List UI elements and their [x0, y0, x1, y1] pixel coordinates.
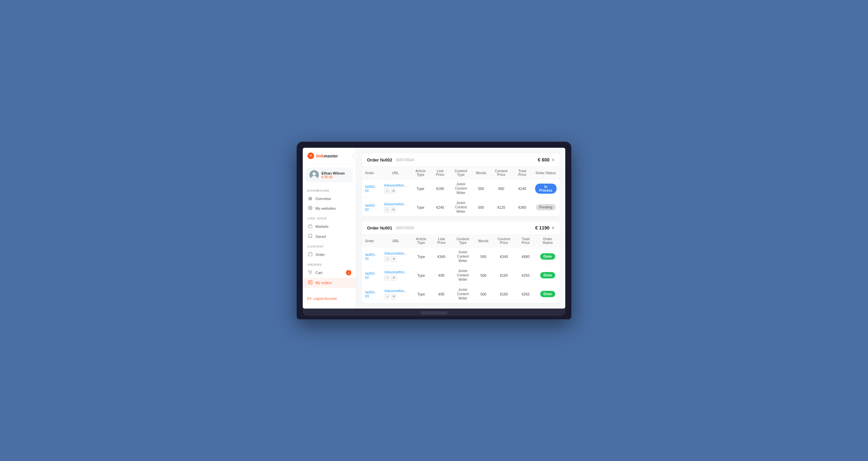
status-badge: Done	[540, 291, 555, 297]
copy-icon[interactable]: ⧉	[391, 256, 397, 262]
laptop-wrapper: linkmaster ‹ Ethan Wilson € 80.00	[297, 142, 571, 319]
cell-order-id: №001-02	[362, 266, 381, 285]
svg-point-8	[309, 274, 310, 274]
cell-status: Pending	[532, 198, 560, 217]
order-total-001: € 1190 ∨	[535, 225, 555, 230]
col-header-url: URL	[381, 235, 410, 247]
sidebar-item-markets[interactable]: Markets	[303, 221, 356, 232]
sidebar-item-label: Order	[315, 253, 325, 257]
order-total-value: € 600	[538, 157, 550, 162]
sidebar-item-label: My orders	[315, 281, 332, 285]
sidebar-item-overview[interactable]: ⊞ Overview	[303, 194, 356, 203]
order-title-001: Order №001	[367, 225, 392, 230]
order-header-left: Order №002 10/07/2024	[367, 157, 414, 162]
order-id-link[interactable]: №002-01	[365, 185, 377, 193]
status-badge: Done	[540, 272, 555, 278]
logo-icon	[307, 152, 314, 159]
nav-section-orders: ORDERS	[303, 259, 356, 268]
order-icon	[307, 252, 313, 257]
copy-icon[interactable]: ⧉	[391, 275, 397, 280]
url-link[interactable]: linksomethin...	[384, 183, 407, 187]
external-link-icon[interactable]: ↗	[384, 188, 390, 194]
status-badge: Done	[540, 253, 555, 259]
external-link-icon[interactable]: ↗	[384, 275, 390, 280]
copy-icon[interactable]: ⧉	[391, 188, 396, 194]
order-header-001: Order №001 10/07/2024 € 1190 ∨	[362, 221, 560, 235]
svg-rect-6	[308, 225, 312, 228]
sidebar-collapse-button[interactable]: ‹	[352, 152, 359, 159]
cell-url: linksomethin... ↗ ⧉	[381, 179, 410, 198]
sidebar-footer: Logout Account	[303, 293, 356, 304]
cell-article-type: Type	[410, 285, 432, 304]
url-link[interactable]: linksomethin...	[384, 251, 407, 255]
cell-total-price: €360	[513, 198, 532, 217]
cell-words: 500	[472, 198, 490, 217]
cell-total-price: €240	[513, 179, 532, 198]
sidebar-item-saved[interactable]: Saved	[303, 232, 356, 242]
cell-content-price: €165	[492, 285, 516, 304]
external-link-icon[interactable]: ↗	[384, 207, 390, 212]
external-link-icon[interactable]: ↗	[384, 294, 390, 299]
sidebar-item-label: Cart	[315, 271, 322, 275]
col-header-order: Order	[362, 235, 381, 247]
order-id-link[interactable]: №001-02	[365, 271, 378, 279]
table-row: №001-02 linksomethin... ↗ ⧉ Type	[362, 266, 560, 285]
cell-order-id: №002-02	[362, 198, 381, 217]
cell-content-type: JuniorContent Writer	[450, 179, 472, 198]
cell-content-type: JuniorContent Writer	[451, 247, 475, 266]
cell-link-price: €180	[431, 179, 450, 198]
url-link[interactable]: linksomethin...	[384, 202, 407, 206]
user-card: Ethan Wilson € 80.00	[306, 167, 352, 182]
chevron-down-icon[interactable]: ∨	[552, 157, 555, 162]
order-id-link[interactable]: №001-03	[365, 290, 378, 298]
svg-point-9	[311, 274, 311, 274]
cell-article-type: Type	[410, 179, 431, 198]
cell-url: linksomethin... ↗ ⧉	[381, 198, 410, 217]
copy-icon[interactable]: ⧉	[391, 207, 396, 212]
user-info: Ethan Wilson € 80.00	[321, 171, 345, 179]
nav-section-content: CONTENT	[303, 242, 356, 250]
sidebar-item-cart[interactable]: Cart 1	[303, 268, 356, 278]
sidebar-item-my-websites[interactable]: My websites	[303, 203, 356, 213]
order-header-002: Order №002 10/07/2024 € 600 ∨	[362, 153, 560, 167]
logout-button[interactable]: Logout Account	[307, 297, 351, 301]
cart-badge: 1	[346, 270, 351, 275]
cell-total-price: €255	[516, 266, 535, 285]
order-total-value: € 1190	[535, 225, 550, 230]
avatar	[309, 170, 319, 180]
col-header-article-type: Article Type	[410, 235, 432, 247]
cell-status: Done	[535, 266, 560, 285]
status-badge: In Process	[535, 184, 557, 194]
order-date-001: 10/07/2024	[396, 226, 414, 230]
url-link[interactable]: linksomethin...	[384, 289, 407, 293]
order-header-left: Order №001 10/07/2024	[367, 225, 414, 230]
order-card-002: Order №002 10/07/2024 € 600 ∨ Order U	[362, 153, 560, 216]
order-id-link[interactable]: №002-02	[365, 203, 377, 211]
external-link-icon[interactable]: ↗	[384, 256, 390, 262]
col-header-content-price: Content Price	[490, 167, 513, 179]
cell-words: 500	[475, 266, 492, 285]
copy-icon[interactable]: ⧉	[391, 294, 397, 299]
cell-total-price: €255	[516, 285, 535, 304]
cell-url: linksomethin... ↗ ⧉	[381, 247, 410, 266]
sidebar-item-order[interactable]: Order	[303, 250, 356, 259]
user-name: Ethan Wilson	[321, 171, 345, 175]
cell-content-type: JuniorContent Writer	[450, 198, 472, 217]
chevron-down-icon[interactable]: ∨	[552, 225, 555, 230]
sidebar-item-my-orders[interactable]: My orders	[303, 278, 356, 288]
nav-section-link-juice: LINK JUICE	[303, 213, 356, 221]
main-content[interactable]: Order №002 10/07/2024 € 600 ∨ Order U	[356, 148, 565, 309]
col-header-words: Words	[475, 235, 492, 247]
cell-content-type: JuniorContent Writer	[451, 266, 475, 285]
saved-icon	[307, 234, 313, 239]
order-date-002: 10/07/2024	[396, 158, 414, 162]
cell-status: In Process	[532, 179, 560, 198]
overview-icon: ⊞	[307, 196, 313, 201]
cell-link-price: €90	[432, 285, 451, 304]
order-total-002: € 600 ∨	[538, 157, 555, 162]
order-id-link[interactable]: №001-01	[365, 253, 378, 260]
cell-article-type: Type	[410, 198, 431, 217]
cell-content-price: €340	[492, 247, 516, 266]
col-header-order-status: Order Status	[532, 167, 560, 179]
url-link[interactable]: linksomethin...	[384, 270, 407, 274]
